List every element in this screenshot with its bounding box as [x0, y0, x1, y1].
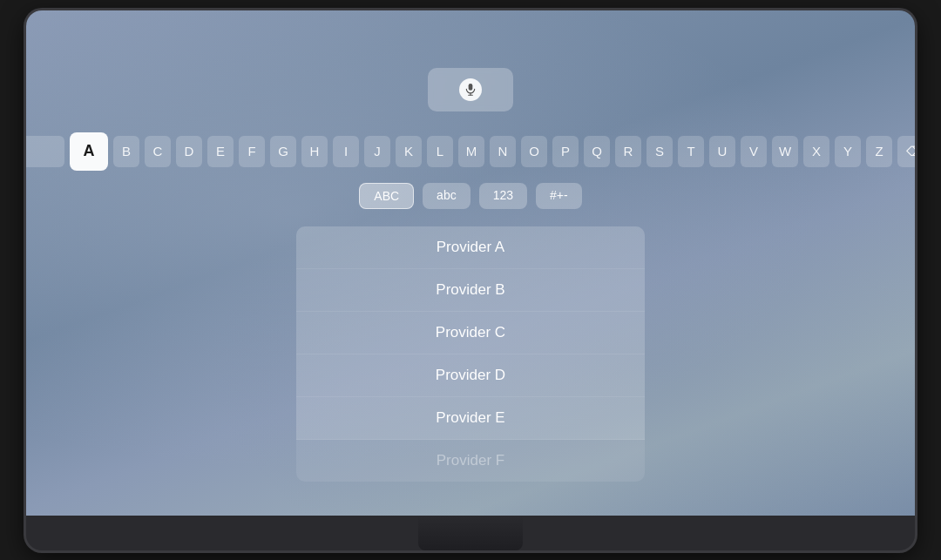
tv-bezel: ABCDEFGHIJKLMNOPQRSTUVWXYZ ⌫ ABCabc123#+… [26, 10, 915, 550]
key-d[interactable]: D [176, 136, 202, 167]
provider-item[interactable]: Provider C [296, 312, 645, 354]
key-l[interactable]: L [427, 136, 453, 167]
key-j[interactable]: J [364, 136, 390, 167]
key-b[interactable]: B [113, 136, 139, 167]
backspace-key[interactable]: ⌫ [897, 136, 915, 167]
tv-screen: ABCDEFGHIJKLMNOPQRSTUVWXYZ ⌫ ABCabc123#+… [26, 10, 915, 516]
provider-item[interactable]: Provider F [296, 440, 645, 482]
svg-rect-0 [469, 84, 473, 91]
backspace-icon: ⌫ [906, 144, 916, 159]
mode-key-[interactable]: #+- [536, 183, 582, 209]
key-a[interactable]: A [70, 132, 108, 171]
key-u[interactable]: U [709, 136, 735, 167]
key-p[interactable]: P [552, 136, 579, 167]
key-c[interactable]: C [145, 136, 171, 167]
key-z[interactable]: Z [866, 136, 892, 167]
key-w[interactable]: W [772, 136, 798, 167]
key-n[interactable]: N [490, 136, 516, 167]
key-v[interactable]: V [741, 136, 767, 167]
provider-item[interactable]: Provider B [296, 269, 645, 312]
keyboard-row: ABCDEFGHIJKLMNOPQRSTUVWXYZ ⌫ [78, 132, 863, 171]
provider-item[interactable]: Provider E [296, 397, 645, 440]
key-r[interactable]: R [615, 136, 641, 167]
key-i[interactable]: I [333, 136, 359, 167]
key-o[interactable]: O [521, 136, 547, 167]
key-q[interactable]: Q [584, 136, 610, 167]
mode-key-abc[interactable]: abc [423, 183, 470, 209]
provider-item[interactable]: Provider D [296, 354, 645, 397]
provider-item[interactable]: Provider A [296, 226, 645, 269]
providers-list: Provider AProvider BProvider CProvider D… [296, 226, 645, 482]
tv-stand [418, 516, 523, 550]
key-s[interactable]: S [647, 136, 673, 167]
mode-key-abc[interactable]: ABC [359, 183, 414, 209]
key-m[interactable]: M [458, 136, 484, 167]
key-t[interactable]: T [678, 136, 704, 167]
key-k[interactable]: K [396, 136, 422, 167]
key-y[interactable]: Y [835, 136, 861, 167]
microphone-icon [459, 78, 482, 101]
mode-key-123[interactable]: 123 [479, 183, 527, 209]
key-f[interactable]: F [239, 136, 265, 167]
dictate-search-button[interactable] [428, 68, 513, 111]
key-g[interactable]: G [270, 136, 296, 167]
key-h[interactable]: H [301, 136, 328, 167]
mode-key-row: ABCabc123#+- [359, 183, 581, 209]
key-e[interactable]: E [207, 136, 234, 167]
key-x[interactable]: X [803, 136, 829, 167]
space-key[interactable] [26, 136, 64, 167]
